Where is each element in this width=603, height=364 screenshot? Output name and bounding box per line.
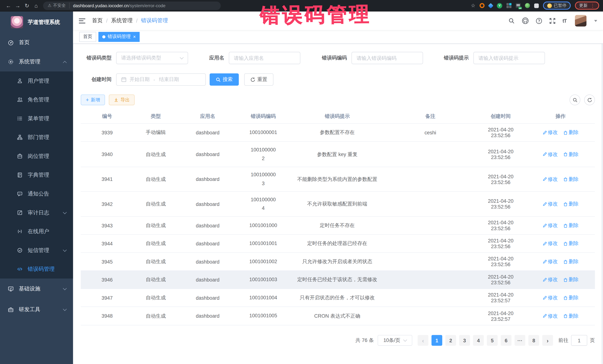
edit-pencil-icon bbox=[543, 152, 547, 156]
page-scrollbar[interactable] bbox=[602, 11, 603, 364]
chevron-down-icon bbox=[403, 338, 407, 342]
edit-button[interactable]: 修改 bbox=[543, 258, 558, 265]
edit-button[interactable]: 修改 bbox=[543, 200, 558, 207]
delete-button[interactable]: 删除 bbox=[563, 240, 579, 247]
page-button-5[interactable]: 5 bbox=[487, 335, 498, 346]
breadcrumb-home[interactable]: 首页 bbox=[92, 17, 103, 24]
date-separator: - bbox=[153, 77, 156, 82]
sidebar-item-notices[interactable]: 通知公告 bbox=[0, 184, 73, 203]
page-ellipsis[interactable]: ··· bbox=[514, 335, 525, 346]
prev-page-button[interactable]: ‹ bbox=[418, 335, 429, 346]
goto-page-input[interactable] bbox=[571, 335, 587, 346]
add-button[interactable]: + 新增 bbox=[81, 95, 105, 105]
browser-forward-icon[interactable]: → bbox=[13, 2, 22, 9]
page-button-2[interactable]: 2 bbox=[445, 335, 456, 346]
browser-update-button[interactable]: 更新 ⋮ bbox=[575, 1, 599, 10]
bookmark-star-icon[interactable]: ☆ bbox=[471, 3, 475, 9]
error-hint-input[interactable] bbox=[473, 52, 545, 64]
font-size-icon[interactable]: tT bbox=[563, 18, 567, 23]
sidebar-item-home[interactable]: 首页 bbox=[0, 33, 73, 52]
extension-v-icon[interactable]: V bbox=[497, 3, 502, 8]
search-icon[interactable] bbox=[508, 17, 515, 24]
sidebar-item-devtools[interactable]: 研发工具 bbox=[0, 299, 73, 320]
extension-grid-icon[interactable] bbox=[507, 3, 511, 8]
edit-button[interactable]: 修改 bbox=[543, 294, 558, 301]
error-code-input[interactable] bbox=[351, 52, 423, 64]
edit-button[interactable]: 修改 bbox=[543, 312, 558, 319]
extension-tampermonkey-icon[interactable]: on bbox=[516, 3, 521, 8]
date-range-picker[interactable]: 开始日期 - 结束日期 bbox=[116, 73, 206, 86]
show-search-toggle-button[interactable] bbox=[570, 95, 580, 105]
profile-sync-chip[interactable]: 已暂停 bbox=[543, 1, 571, 10]
edit-button[interactable]: 修改 bbox=[543, 151, 558, 158]
sidebar-item-departments[interactable]: 部门管理 bbox=[0, 128, 73, 147]
sidebar-item-error-code[interactable]: 错误码管理 bbox=[0, 260, 73, 278]
edit-button[interactable]: 修改 bbox=[543, 176, 558, 183]
edit-button[interactable]: 修改 bbox=[543, 240, 558, 247]
breadcrumb-system[interactable]: 系统管理 bbox=[111, 17, 133, 24]
sidebar-item-infrastructure[interactable]: 基础设施 bbox=[0, 278, 73, 299]
edit-button[interactable]: 修改 bbox=[543, 222, 558, 229]
tag-home[interactable]: 首页 bbox=[79, 32, 96, 42]
delete-button[interactable]: 删除 bbox=[563, 312, 579, 319]
browser-home-icon[interactable]: ⌂ bbox=[32, 2, 41, 9]
delete-button[interactable]: 删除 bbox=[563, 276, 579, 283]
browser-menu-icon[interactable]: ⋮ bbox=[590, 3, 595, 8]
breadcrumb-current[interactable]: 错误码管理 bbox=[141, 17, 168, 24]
app-name-input[interactable] bbox=[229, 52, 300, 64]
delete-button[interactable]: 删除 bbox=[563, 258, 579, 265]
delete-button[interactable]: 删除 bbox=[563, 294, 579, 301]
sidebar-item-dictionary[interactable]: 字典管理 bbox=[0, 165, 73, 184]
sidebar-item-system[interactable]: 系统管理 bbox=[0, 52, 73, 72]
page-size-select[interactable]: 10条/页 bbox=[378, 335, 412, 346]
refresh-table-button[interactable] bbox=[584, 95, 595, 105]
sidebar-item-audit-log[interactable]: 审计日志 bbox=[0, 203, 73, 222]
cell-type: 自动生成 bbox=[133, 176, 178, 183]
error-type-select[interactable]: 请选择错误码类型 bbox=[116, 52, 188, 64]
sidebar-item-roles[interactable]: 角色管理 bbox=[0, 90, 73, 109]
page-button-1[interactable]: 1 bbox=[431, 335, 442, 346]
delete-button[interactable]: 删除 bbox=[563, 176, 579, 183]
cell-id: 3941 bbox=[81, 176, 133, 182]
page-button-3[interactable]: 3 bbox=[459, 335, 470, 346]
sidebar-item-users[interactable]: 用户管理 bbox=[0, 72, 73, 90]
security-chip[interactable]: ⚠ 不安全 bbox=[48, 3, 70, 9]
close-icon[interactable]: × bbox=[133, 34, 136, 39]
sidebar-item-online-users[interactable]: 在线用户 bbox=[0, 222, 73, 241]
sidebar-item-sms[interactable]: 短信管理 bbox=[0, 241, 73, 260]
edit-button[interactable]: 修改 bbox=[543, 276, 558, 283]
extension-gem-icon[interactable] bbox=[488, 3, 493, 8]
app-logo[interactable]: 芋道管理系统 bbox=[0, 11, 73, 33]
cell-code: 1001000001 bbox=[237, 128, 289, 137]
browser-reload-icon[interactable]: ↻ bbox=[22, 2, 32, 9]
sidebar-item-menus[interactable]: 菜单管理 bbox=[0, 109, 73, 128]
tag-error-code[interactable]: 错误码管理 × bbox=[99, 32, 140, 42]
search-button[interactable]: 搜索 bbox=[210, 73, 239, 86]
next-page-button[interactable]: › bbox=[542, 335, 553, 346]
page-button-8[interactable]: 8 bbox=[528, 335, 539, 346]
fullscreen-icon[interactable] bbox=[549, 17, 556, 24]
extensions-puzzle-icon[interactable] bbox=[534, 3, 539, 8]
page-button-4[interactable]: 4 bbox=[473, 335, 484, 346]
page-button-6[interactable]: 6 bbox=[501, 335, 511, 346]
edit-button[interactable]: 修改 bbox=[543, 129, 558, 136]
user-avatar[interactable] bbox=[575, 15, 587, 26]
delete-button[interactable]: 删除 bbox=[563, 222, 579, 229]
end-date-placeholder: 结束日期 bbox=[159, 76, 179, 83]
extension-key-icon[interactable] bbox=[525, 3, 530, 8]
extension-orange-icon[interactable] bbox=[480, 3, 485, 8]
reset-button[interactable]: 重置 bbox=[244, 73, 274, 86]
delete-button[interactable]: 删除 bbox=[563, 200, 579, 207]
cell-hint: 参数配置不存在 bbox=[289, 129, 385, 136]
update-label: 更新 bbox=[579, 3, 588, 9]
address-bar[interactable]: ⚠ 不安全 dashboard.yudao.iocoder.cn/system/… bbox=[43, 1, 221, 10]
github-icon[interactable] bbox=[522, 17, 529, 24]
export-button[interactable]: 导出 bbox=[109, 95, 135, 105]
delete-button[interactable]: 删除 bbox=[563, 151, 579, 158]
sidebar-toggle-icon[interactable] bbox=[79, 18, 85, 23]
help-icon[interactable] bbox=[536, 17, 542, 24]
delete-button[interactable]: 删除 bbox=[563, 129, 579, 136]
avatar-caret-icon[interactable] bbox=[594, 20, 597, 22]
sidebar-item-posts[interactable]: 岗位管理 bbox=[0, 147, 73, 166]
browser-back-icon[interactable]: ← bbox=[4, 2, 13, 9]
